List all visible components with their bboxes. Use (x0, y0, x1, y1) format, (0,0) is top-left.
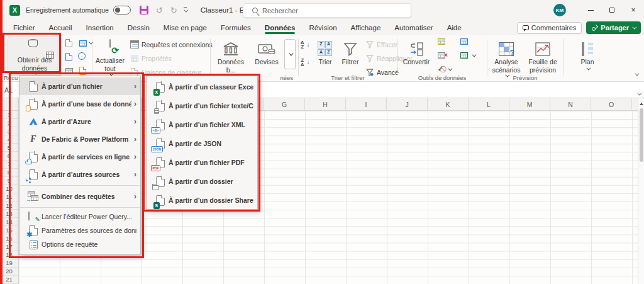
excel-logo-icon[interactable]: X (9, 5, 20, 16)
column-header-j[interactable]: J (387, 98, 428, 110)
data-model-icon[interactable] (460, 52, 475, 59)
row-header-8[interactable]: 8 (0, 169, 18, 177)
column-header-o[interactable]: O (591, 98, 632, 110)
save-icon[interactable] (140, 6, 148, 14)
row-header-12[interactable]: 12 (0, 202, 18, 210)
queries-connections-button[interactable]: Requêtes et connexions (130, 40, 213, 49)
row-header-14[interactable]: 14 (0, 218, 18, 226)
menu-item[interactable]: ✎Lancer l’éditeur Power Query... (19, 210, 140, 224)
row-header-5[interactable]: 5 (0, 144, 18, 152)
search-input[interactable]: Rechercher (243, 3, 411, 18)
column-header-h[interactable]: H (305, 98, 346, 110)
row-header-17[interactable]: 17 (0, 243, 18, 251)
tab-dessin[interactable]: Dessin (121, 21, 157, 35)
tab-formules[interactable]: Formules (214, 21, 258, 35)
menu-item[interactable]: <Θ>À partir d’un fichier XML (147, 115, 257, 134)
recent-sources-icon[interactable]: · (78, 52, 86, 60)
menu-item[interactable]: À partir d’Azure› (19, 113, 140, 130)
get-data-button[interactable]: Obtenir des données (8, 37, 62, 76)
tab-r-vision[interactable]: Révision (302, 21, 343, 35)
row-header-6[interactable]: 6 (0, 152, 18, 160)
row-header-13[interactable]: 13 (0, 210, 18, 218)
data-types-gallery-button[interactable] (284, 39, 296, 69)
row-header-3[interactable]: 3 (0, 127, 18, 135)
menu-item[interactable]: À partir de services en ligne› (19, 148, 140, 166)
row-header-7[interactable]: 7 (0, 161, 18, 169)
column-header-i[interactable]: I (346, 98, 387, 110)
minimize-button[interactable] (580, 0, 601, 20)
row-header-1[interactable]: 1 (0, 111, 18, 119)
select-all-corner[interactable] (0, 98, 19, 111)
outline-button[interactable]: Plan (575, 38, 600, 71)
menu-item[interactable]: À partir d’un fichier texte/CSV (147, 96, 257, 115)
menu-item[interactable]: À partir d’un fichier› (19, 77, 140, 95)
row-header-9[interactable]: 9 (0, 177, 18, 185)
autosave-toggle[interactable] (113, 6, 131, 14)
row-header-18[interactable]: 18 (0, 251, 18, 259)
filter-button[interactable]: Filtrer (338, 38, 362, 66)
close-button[interactable]: × (623, 0, 644, 20)
tab-aide[interactable]: Aide (440, 21, 469, 35)
tab-insertion[interactable]: Insertion (79, 21, 121, 35)
text-csv-icon[interactable] (64, 38, 74, 48)
row-header-19[interactable]: 19 (0, 259, 18, 268)
tab-affichage[interactable]: Affichage (344, 21, 388, 35)
vertical-scrollbar[interactable] (638, 98, 644, 284)
row-header-10[interactable]: 10 (0, 185, 18, 193)
tab-fichier[interactable]: Fichier (6, 21, 42, 35)
consolidate-icon[interactable] (460, 38, 468, 45)
from-picture-icon[interactable] (78, 38, 92, 48)
menu-item[interactable]: →Combiner des requêtes› (19, 188, 140, 205)
menu-item[interactable]: JSONÀ partir de JSON (147, 134, 257, 153)
column-header-g[interactable]: G (264, 98, 305, 110)
stocks-button[interactable]: Données b... (213, 38, 249, 74)
maximize-button[interactable] (601, 0, 623, 20)
menu-item[interactable]: XÀ partir d’un classeur Excel (147, 77, 257, 96)
column-header-k[interactable]: K (428, 98, 469, 110)
tab-accueil[interactable]: Accueil (42, 21, 79, 35)
data-validation-icon[interactable]: ✓⃠ (438, 66, 451, 72)
avatar[interactable]: KM (553, 4, 566, 16)
what-if-analysis-button[interactable]: Analyse scénarios (489, 38, 523, 77)
text-to-columns-button[interactable]: Convertir (400, 38, 433, 66)
tab-mise-en-page[interactable]: Mise en page (157, 21, 214, 35)
row-header-2[interactable]: 2 (0, 119, 18, 127)
row-header-15[interactable]: 15 (0, 226, 18, 234)
column-header-m[interactable]: M (509, 98, 550, 110)
menu-item[interactable]: À partir d’un dossier (147, 172, 257, 191)
column-header-l[interactable]: L (469, 98, 509, 110)
from-web-icon[interactable] (64, 52, 74, 62)
column-header-n[interactable]: N (550, 98, 591, 110)
sort-button[interactable]: ZAAZ Trier (314, 38, 336, 66)
tab-automatiser[interactable]: Automatiser (387, 21, 440, 35)
undo-icon[interactable]: ↺ (156, 6, 163, 14)
scrollbar-thumb[interactable] (640, 108, 643, 162)
sort-za-button[interactable]: ZA↓ (301, 58, 309, 67)
column-header-p[interactable]: P (632, 98, 638, 110)
menu-item[interactable]: FDe Fabric & Power Platform› (19, 130, 140, 148)
quick-access-chevron-icon[interactable] (184, 7, 187, 14)
row-header-16[interactable]: 16 (0, 234, 18, 242)
row-header-21[interactable]: 21 (0, 276, 18, 284)
menu-item[interactable]: PDFÀ partir d’un fichier PDF (147, 153, 257, 172)
currencies-button[interactable]: Devises (252, 38, 282, 66)
ribbon-collapse-icon[interactable] (635, 67, 638, 79)
share-button[interactable]: Partager (586, 21, 641, 34)
remove-duplicates-icon[interactable]: × (438, 52, 448, 59)
comments-button[interactable]: Commentaires (517, 22, 582, 34)
formula-bar-expand-icon[interactable] (637, 87, 640, 98)
tab-donn-es[interactable]: Données (258, 21, 303, 35)
row-header-20[interactable]: 20 (0, 268, 18, 276)
menu-item[interactable]: ✱Paramètres des sources de données... (19, 224, 140, 237)
menu-item[interactable]: SÀ partir d’un dossier SharePoint (147, 191, 257, 210)
flash-fill-icon[interactable] (438, 38, 445, 45)
row-header-11[interactable]: 11 (0, 193, 18, 202)
forecast-sheet-button[interactable]: Feuille de prévision (526, 38, 560, 74)
sort-az-button[interactable]: AZ↓ (301, 40, 309, 49)
menu-item[interactable]: À partir d’autres sources› (19, 166, 140, 183)
row-header-4[interactable]: 4 (0, 135, 18, 144)
refresh-all-button[interactable]: ⟳ Actualiser tout (94, 37, 126, 76)
scroll-up-icon[interactable] (640, 101, 643, 105)
menu-item[interactable]: Options de requête (19, 237, 140, 251)
menu-item[interactable]: À partir d’une base de données› (19, 95, 140, 113)
